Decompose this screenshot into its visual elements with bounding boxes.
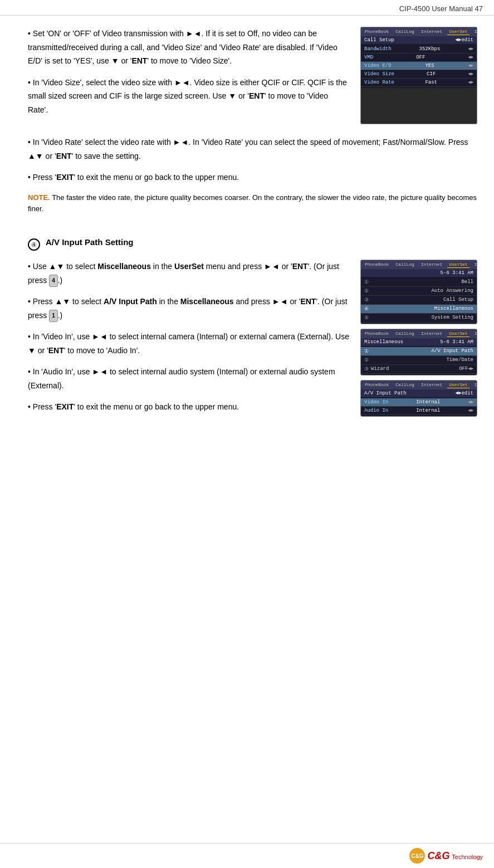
av-screens: PhoneBook CallLog Internet UserSet IP 5-… <box>360 260 477 422</box>
section-video-transmission: • Set 'ON' or 'OFF' of Video transmissio… <box>28 27 477 124</box>
section4-title: A/V Input Path Setting <box>46 237 134 247</box>
screen-nav-3: PhoneBook CallLog Internet UserSet IP <box>361 329 477 338</box>
nav-internet: Internet <box>419 28 444 35</box>
screen-rows-4: Video In Internal ◄► Audio In Internal ◄… <box>361 397 477 416</box>
screen-ui-3: PhoneBook CallLog Internet UserSet IP Mi… <box>361 329 477 375</box>
para-exit-1: • Press 'EXIT' to exit the menu or go ba… <box>28 170 477 184</box>
screen-nav-2: PhoneBook CallLog Internet UserSet IP <box>361 260 477 269</box>
row-video-rate: Video Rate Fast ◄► <box>361 79 477 87</box>
screen-title-text-1: Call Setup <box>364 37 394 43</box>
para-video-size: • In 'Video Size', select the video size… <box>28 76 349 117</box>
nav-phonebook: PhoneBook <box>363 28 390 35</box>
nav-userset-active: UserSet <box>447 28 469 35</box>
screen-title-1: Call Setup ◄►edit <box>361 36 477 44</box>
nav-calllog: CallLog <box>394 28 416 35</box>
row-av-input-path: ① A/V Input Path <box>361 347 477 356</box>
note-label: NOTE. <box>28 193 50 202</box>
screen-nav-4: PhoneBook CallLog Internet UserSet IP <box>361 381 477 389</box>
logo-text: C&G Technology <box>427 850 483 862</box>
row-bandwidth: Bandwidth 352Kbps ◄► <box>361 45 477 53</box>
company-logo: C&G C&G Technology <box>409 848 483 864</box>
screen-ui-4: PhoneBook CallLog Internet UserSet IP A/… <box>361 381 477 416</box>
row-system-setting: ⑤ System Setting <box>361 314 477 323</box>
av-para1: • Use ▲▼ to select Miscellaneous in the … <box>28 260 349 287</box>
av-para3: • In 'Video In', use ►◄ to select intern… <box>28 330 349 357</box>
spacer-1 <box>28 226 477 237</box>
screen-ui-2: PhoneBook CallLog Internet UserSet IP 5-… <box>361 260 477 324</box>
row-auto-answering: ② Auto Answering <box>361 287 477 296</box>
row-bell: ① Bell <box>361 278 477 287</box>
screen-title-4: A/V Input Path ◄►edit <box>361 389 477 397</box>
section4-number: ④ <box>28 238 40 251</box>
row-wizard: ③ Wizard OFF ◄► <box>361 365 477 374</box>
screenshot-miscellaneous-menu: PhoneBook CallLog Internet UserSet IP Mi… <box>360 329 477 376</box>
para-video-rate: • In 'Video Rate' select the video rate … <box>28 135 477 163</box>
main-content: • Set 'ON' or 'OFF' of Video transmissio… <box>0 16 494 433</box>
note-body: The faster the video rate, the picture q… <box>28 193 477 213</box>
row-video-in: Video In Internal ◄► <box>361 398 477 407</box>
para-video-on-off: • Set 'ON' or 'OFF' of Video transmissio… <box>28 27 349 68</box>
av-text: • Use ▲▼ to select Miscellaneous in the … <box>28 260 349 422</box>
btn-1: 1 <box>49 310 58 322</box>
screen-nav-1: PhoneBook CallLog Internet UserSet IP <box>361 27 477 36</box>
row-audio-in: Audio In Internal ◄► <box>361 407 477 415</box>
btn-4: 4 <box>49 275 58 287</box>
section4-heading-row: ④ A/V Input Path Setting <box>28 237 477 251</box>
row-time-date: ② Time/Date <box>361 356 477 365</box>
logo-icon: C&G <box>409 848 425 864</box>
av-para5: • Press 'EXIT' to exit the menu or go ba… <box>28 400 349 414</box>
row-video-ed: Video E/D YES ◄► <box>361 62 477 70</box>
screen-ui-1: PhoneBook CallLog Internet UserSet IP Ca… <box>361 27 477 88</box>
page-header: CIP-4500 User Manual 47 <box>0 0 494 16</box>
screenshot-call-setup: PhoneBook CallLog Internet UserSet IP Ca… <box>360 27 477 124</box>
screenshot-av-input-path: PhoneBook CallLog Internet UserSet IP A/… <box>360 380 477 417</box>
screen-title-3: Miscellaneous 5-6 3:41 AM <box>361 338 477 346</box>
av-para2: • Press ▲▼ to select A/V Input Path in t… <box>28 295 349 322</box>
video-transmission-text: • Set 'ON' or 'OFF' of Video transmissio… <box>28 27 349 124</box>
av-content: • Use ▲▼ to select Miscellaneous in the … <box>28 260 477 422</box>
screen-rows-3: ① A/V Input Path ② Time/Date ③ Wizard OF… <box>361 346 477 375</box>
row-video-size: Video Size CIF ◄► <box>361 70 477 79</box>
nav-ip: IP <box>473 28 477 35</box>
screenshot-userset-menu: PhoneBook CallLog Internet UserSet IP 5-… <box>360 260 477 324</box>
page-footer: C&G C&G Technology <box>0 843 494 868</box>
screen-title-2: 5-6 3:41 AM <box>361 269 477 277</box>
page-title: CIP-4500 User Manual 47 <box>399 4 483 13</box>
screen-rows-2: ① Bell ② Auto Answering ③ Call Setup ④ <box>361 277 477 324</box>
row-miscellaneous: ④ Miscellaneous <box>361 305 477 314</box>
screen-title-edit-1: ◄►edit <box>456 37 473 43</box>
av-para4: • In 'Audio In', use ►◄ to select intern… <box>28 365 349 392</box>
row-vmd: VMD OFF ◄► <box>361 53 477 62</box>
note-section: NOTE. The faster the video rate, the pic… <box>28 192 477 216</box>
row-call-setup: ③ Call Setup <box>361 296 477 305</box>
screen-rows-1: Bandwidth 352Kbps ◄► VMD OFF ◄► Video E/… <box>361 44 477 88</box>
